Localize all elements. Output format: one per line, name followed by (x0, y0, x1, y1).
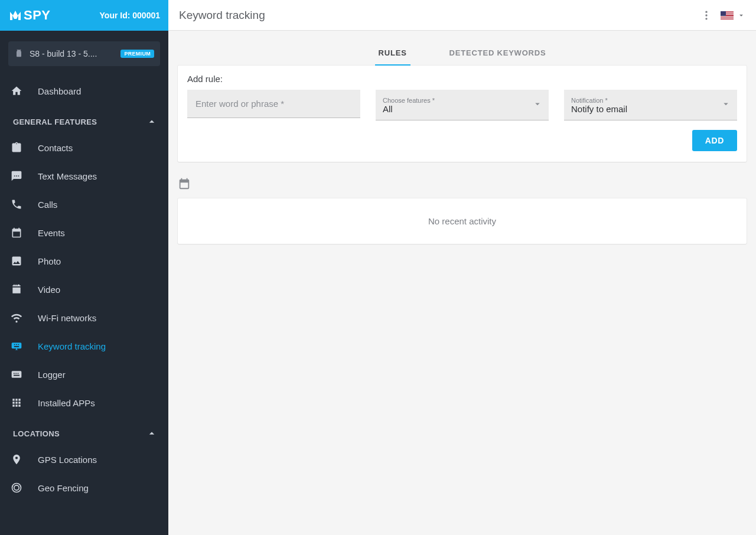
apps-icon (11, 397, 22, 409)
phone-icon (11, 198, 22, 210)
nav-keyword-tracking[interactable]: Keyword tracking (0, 332, 168, 360)
features-label: Choose features * (383, 97, 435, 104)
premium-badge: PREMIUM (120, 50, 154, 58)
add-rule-row: Choose features * All Notification * Not… (187, 90, 737, 120)
nav-dashboard[interactable]: Dashboard (0, 77, 168, 105)
add-button-row: ADD (187, 130, 737, 151)
caret-down-icon (737, 11, 745, 19)
nav-wifi[interactable]: Wi-Fi networks (0, 304, 168, 332)
notification-select[interactable]: Notification * Notify to email (564, 90, 737, 120)
nav-label: Installed APPs (38, 398, 95, 408)
nav-geo-fencing[interactable]: Geo Fencing (0, 474, 168, 502)
features-select[interactable]: Choose features * All (376, 90, 549, 120)
svg-point-2 (705, 18, 707, 19)
brand-text: SPY (24, 8, 51, 23)
photo-icon (11, 255, 22, 267)
keyword-input[interactable] (194, 98, 353, 109)
section-title: GENERAL FEATURES (13, 118, 97, 126)
add-rule-card: Add rule: Choose features * All Notifica… (178, 66, 747, 162)
more-menu-icon[interactable] (700, 9, 712, 21)
notification-value: Notify to email (571, 104, 627, 114)
sms-icon (11, 170, 22, 182)
nav-contacts[interactable]: Contacts (0, 133, 168, 162)
add-button[interactable]: ADD (692, 130, 737, 151)
video-icon (11, 283, 22, 295)
chevron-up-icon (146, 428, 158, 439)
brand-logo[interactable]: SPY (8, 8, 51, 23)
clipboard-icon (11, 142, 22, 154)
nav-text-messages[interactable]: Text Messages (0, 162, 168, 190)
empty-text: No recent activity (428, 216, 496, 226)
wifi-icon (11, 312, 22, 324)
features-value: All (383, 104, 393, 114)
nav-label: Dashboard (38, 86, 81, 96)
tab-rules[interactable]: RULES (375, 43, 410, 66)
keyword-input-wrap (187, 90, 360, 118)
nav-label: GPS Locations (38, 455, 97, 465)
topbar: Keyword tracking (168, 0, 756, 31)
nav-installed-apps[interactable]: Installed APPs (0, 389, 168, 417)
content: RULES DETECTED KEYWORDS Add rule: Choose… (168, 31, 756, 535)
tab-detected-keywords[interactable]: DETECTED KEYWORDS (446, 43, 550, 66)
nav-label: Contacts (38, 143, 73, 153)
nav-label: Keyword tracking (38, 341, 106, 351)
nav-label: Events (38, 228, 65, 238)
tabs: RULES DETECTED KEYWORDS (168, 31, 756, 66)
device-name: S8 - build 13 - 5.... (30, 49, 115, 58)
topbar-right (700, 9, 745, 21)
sidebar: SPY Your Id: 000001 S8 - build 13 - 5...… (0, 0, 168, 535)
nav-logger[interactable]: Logger (0, 360, 168, 389)
section-locations[interactable]: LOCATIONS (0, 417, 168, 445)
android-icon (14, 49, 24, 58)
us-flag-icon (721, 11, 734, 19)
nav-label: Wi-Fi networks (38, 313, 96, 323)
event-icon (11, 227, 22, 239)
device-selector[interactable]: S8 - build 13 - 5.... PREMIUM (8, 41, 160, 66)
nav-label: Text Messages (38, 171, 97, 181)
pin-icon (11, 454, 22, 465)
chevron-up-icon (146, 116, 158, 128)
nav-label: Video (38, 285, 60, 295)
calendar-row (168, 177, 756, 198)
nav-events[interactable]: Events (0, 218, 168, 247)
language-selector[interactable] (721, 11, 745, 19)
nav-calls[interactable]: Calls (0, 190, 168, 218)
nav-label: Photo (38, 256, 61, 266)
sidebar-header: SPY Your Id: 000001 (0, 0, 168, 31)
notification-label: Notification * (571, 97, 608, 104)
caret-down-icon (532, 99, 543, 109)
add-rule-heading: Add rule: (187, 74, 737, 84)
section-general-features[interactable]: GENERAL FEATURES (0, 105, 168, 133)
your-id[interactable]: Your Id: 000001 (100, 11, 160, 20)
nav-video[interactable]: Video (0, 275, 168, 304)
activity-card: No recent activity (178, 198, 747, 244)
page-title: Keyword tracking (179, 9, 265, 22)
caret-down-icon (721, 99, 731, 109)
nav-label: Geo Fencing (38, 483, 89, 493)
keyboard-icon (11, 340, 22, 352)
logo-mark-icon (8, 8, 22, 22)
logger-icon (11, 368, 22, 380)
nav-label: Calls (38, 200, 57, 210)
section-title: LOCATIONS (13, 429, 60, 438)
nav-photo[interactable]: Photo (0, 247, 168, 275)
main: Keyword tracking RULES DETECTED KEYWORDS… (168, 0, 756, 535)
svg-point-1 (705, 14, 707, 16)
nav-label: Logger (38, 370, 66, 380)
target-icon (11, 482, 22, 494)
calendar-icon[interactable] (178, 177, 191, 190)
home-icon (11, 85, 22, 97)
nav-gps-locations[interactable]: GPS Locations (0, 445, 168, 474)
svg-point-0 (705, 11, 707, 12)
